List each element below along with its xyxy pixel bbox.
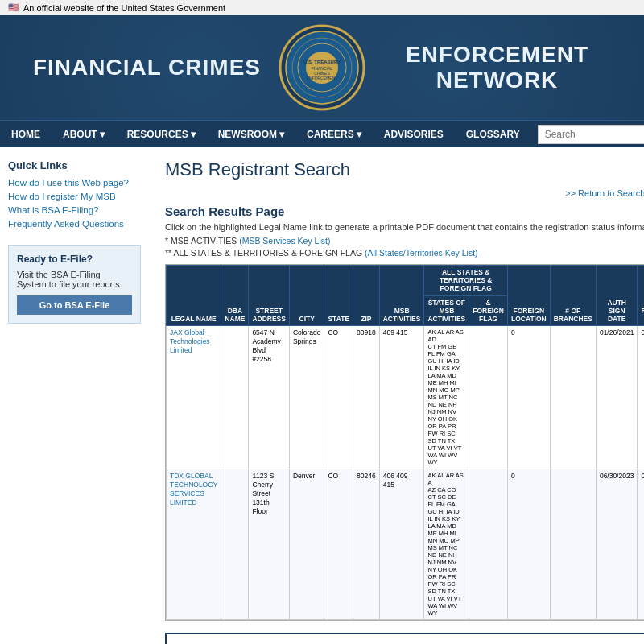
th-state: STATE [324, 266, 353, 326]
cell-foreign-loc: 0 [507, 469, 550, 620]
cell-street: 1123 S Cherry Street 131th Floor [249, 469, 290, 620]
disclaimer-box: The inclusion of a business on the MSB R… [165, 633, 644, 644]
sidebar: Quick Links How do I use this Web page? … [0, 147, 149, 644]
cell-dba [221, 326, 249, 469]
th-branches: # OF BRANCHES [550, 266, 596, 326]
cell-branches [550, 326, 596, 469]
site-header: FINANCIAL CRIMES U.S. TREASURY FINANCIAL… [0, 15, 644, 120]
legal-name-link[interactable]: TDX GLOBAL TECHNOLOGY SERVICES LIMITED [170, 472, 217, 506]
cell-msb: 406 409 415 [379, 469, 424, 620]
th-received: RECEIVED DATE [638, 266, 644, 326]
chevron-down-icon: ▾ [279, 129, 284, 140]
sidebar-link-use[interactable]: How do I use this Web page? [8, 178, 141, 188]
cell-state: CO [324, 469, 353, 620]
nav-glossary[interactable]: GLOSSARY [455, 122, 531, 147]
cell-city: Colorado Springs [289, 326, 324, 469]
svg-text:U.S. TREASURY: U.S. TREASURY [303, 60, 341, 64]
nav-resources[interactable]: RESOURCES ▾ [116, 122, 207, 147]
cell-states: AK AL AR AS ADCT FM GEFL FM GAGU HI IA I… [424, 326, 469, 469]
cell-zip: 80246 [353, 469, 380, 620]
section-desc: Click on the highlighted Legal Name link… [165, 222, 644, 232]
th-city: CITY [289, 266, 324, 326]
sidebar-link-bsa[interactable]: What is BSA E-Filing? [8, 205, 141, 215]
cell-received: 01/26/2021 [638, 326, 644, 469]
nav-careers[interactable]: CAREERS ▾ [295, 122, 373, 147]
states-key-link[interactable]: (All States/Territories Key List) [365, 248, 478, 258]
cell-received: 06/30/2023 [638, 469, 644, 620]
sidebar-link-register[interactable]: How do I register My MSB [8, 192, 141, 201]
cell-state: CO [324, 326, 353, 469]
nav-newsroom[interactable]: NEWSROOM ▾ [207, 122, 295, 147]
sidebar-link-faq[interactable]: Frequently Asked Questions [8, 219, 141, 229]
chevron-down-icon: ▾ [357, 129, 361, 140]
main-content: MSB Registrant Search >> Return to Searc… [149, 147, 644, 644]
nav-bar: HOME ABOUT ▾ RESOURCES ▾ NEWSROOM ▾ CARE… [0, 120, 644, 147]
th-all-states-group: ALL STATES & TERRITORIES & FOREIGN FLAG [424, 266, 508, 296]
th-zip: ZIP [353, 266, 380, 326]
nav-advisories[interactable]: ADVISORIES [373, 122, 455, 147]
nav-about[interactable]: ABOUT ▾ [52, 122, 116, 147]
page-title: MSB Registrant Search [165, 159, 644, 180]
nav-home[interactable]: HOME [0, 122, 52, 147]
search-input[interactable] [538, 125, 644, 144]
section-title: Search Results Page [165, 204, 644, 218]
th-foreign-flag: & FOREIGN FLAG [469, 295, 508, 326]
legal-name-link[interactable]: JAX Global Technologies Limited [170, 328, 210, 354]
cell-zip: 80918 [353, 326, 380, 469]
chevron-down-icon: ▾ [191, 129, 196, 140]
th-auth-sign: AUTH SIGN DATE [596, 266, 638, 326]
us-flag-icon: 🇺🇸 [8, 2, 19, 13]
svg-text:ENFORCEMENT: ENFORCEMENT [307, 76, 338, 80]
results-table-wrap: LEGAL NAME DBA NAME STREET ADDRESS CITY … [165, 264, 644, 621]
cell-legal-name: JAX Global Technologies Limited [167, 326, 221, 469]
official-banner-text: An official website of the United States… [23, 3, 225, 13]
cell-foreign-flag [469, 469, 508, 620]
efile-button[interactable]: Go to BSA E-File [17, 295, 132, 315]
footnote2: ** ALL STATES & TERRITORIES & FOREIGN FL… [165, 248, 644, 258]
th-dba-name: DBA NAME [221, 266, 249, 326]
table-row: JAX Global Technologies Limited 6547 N A… [167, 326, 645, 469]
th-states-msb: STATES OF MSB ACTIVITIES [424, 295, 469, 326]
table-row: TDX GLOBAL TECHNOLOGY SERVICES LIMITED 1… [167, 469, 645, 620]
content-wrapper: Quick Links How do I use this Web page? … [0, 147, 644, 644]
header-logo: U.S. TREASURY FINANCIAL CRIMES ENFORCEME… [278, 23, 366, 112]
cell-legal-name: TDX GLOBAL TECHNOLOGY SERVICES LIMITED [167, 469, 221, 620]
cell-foreign-flag [469, 326, 508, 469]
cell-foreign-loc: 0 [507, 326, 550, 469]
th-foreign-location: FOREIGN LOCATION [507, 266, 550, 326]
cell-auth: 06/30/2023 [596, 469, 638, 620]
cell-dba [221, 469, 249, 620]
footnote1: * MSB ACTIVITIES (MSB Services Key List) [165, 236, 644, 246]
cell-branches [550, 469, 596, 620]
official-banner: 🇺🇸 An official website of the United Sta… [0, 0, 644, 15]
efile-section: Ready to E-File? Visit the BSA E-Filing … [8, 245, 141, 324]
results-table: LEGAL NAME DBA NAME STREET ADDRESS CITY … [166, 265, 644, 620]
th-legal-name: LEGAL NAME [167, 266, 221, 326]
return-link[interactable]: >> Return to Search Page << [165, 188, 644, 198]
cell-states: AK AL AR AS AAZ CA COCT SC DEFL FM GAGU … [424, 469, 469, 620]
msb-key-link[interactable]: (MSB Services Key List) [239, 236, 330, 246]
cell-city: Denver [289, 469, 324, 620]
chevron-down-icon: ▾ [100, 129, 105, 140]
cell-auth: 01/26/2021 [596, 326, 638, 469]
th-msb-activities: MSB ACTIVITIES [379, 266, 424, 326]
quick-links-title: Quick Links [8, 159, 141, 171]
efile-section-desc: Visit the BSA E-Filing System to file yo… [17, 270, 132, 289]
th-street: STREET ADDRESS [249, 266, 290, 326]
nav-search-area: 🔍 [531, 121, 644, 147]
efile-section-title: Ready to E-File? [17, 254, 132, 265]
cell-street: 6547 N Academy Blvd #2258 [249, 326, 290, 469]
cell-msb: 409 415 [379, 326, 424, 469]
